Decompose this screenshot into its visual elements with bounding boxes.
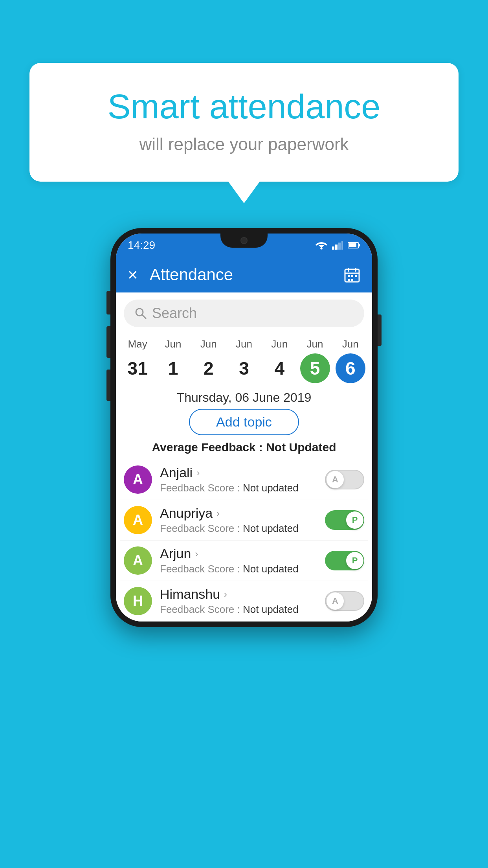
- cal-month-label: Jun: [307, 338, 323, 350]
- calendar-day[interactable]: Jun1: [156, 338, 189, 383]
- svg-rect-14: [351, 275, 353, 277]
- cal-month-label: Jun: [165, 338, 181, 350]
- vol-down-button: [106, 370, 110, 401]
- signal-icon: [332, 241, 343, 250]
- front-camera: [240, 237, 248, 244]
- student-avatar: A: [124, 465, 152, 494]
- add-topic-button[interactable]: Add topic: [189, 409, 299, 435]
- student-row[interactable]: AArjun ›Feedback Score : Not updatedP: [120, 541, 368, 581]
- student-row[interactable]: AAnjali ›Feedback Score : Not updatedA: [120, 460, 368, 500]
- attendance-toggle[interactable]: P: [325, 551, 364, 570]
- svg-rect-15: [355, 275, 357, 277]
- student-feedback-score: Feedback Score : Not updated: [160, 563, 325, 575]
- cal-date-number[interactable]: 3: [229, 353, 259, 383]
- feedback-value: Not updated: [243, 522, 299, 534]
- svg-rect-10: [348, 268, 349, 272]
- avg-feedback-value: Not Updated: [266, 441, 336, 454]
- calendar-day[interactable]: Jun5: [299, 338, 332, 383]
- svg-rect-16: [348, 279, 350, 281]
- student-name: Anupriya ›: [160, 506, 325, 521]
- cal-date-number[interactable]: 2: [194, 353, 224, 383]
- battery-icon: [348, 242, 360, 249]
- student-info: Anupriya ›Feedback Score : Not updated: [160, 506, 325, 535]
- wifi-icon: [316, 241, 327, 250]
- power-button: [378, 314, 382, 346]
- calendar-day[interactable]: Jun2: [192, 338, 225, 383]
- toggle-knob: A: [327, 471, 344, 488]
- speech-bubble-title: Smart attendance: [61, 86, 427, 127]
- student-info: Himanshu ›Feedback Score : Not updated: [160, 587, 325, 616]
- student-feedback-score: Feedback Score : Not updated: [160, 482, 325, 494]
- cal-month-label: Jun: [200, 338, 217, 350]
- attendance-toggle[interactable]: P: [325, 510, 364, 530]
- student-row[interactable]: HHimanshu ›Feedback Score : Not updatedA: [120, 581, 368, 622]
- student-feedback-score: Feedback Score : Not updated: [160, 522, 325, 535]
- svg-rect-2: [332, 246, 334, 250]
- calendar-day[interactable]: May31: [121, 338, 154, 383]
- phone-screen: 14:29: [116, 234, 372, 622]
- svg-line-19: [142, 315, 146, 318]
- phone-outer: 14:29: [110, 228, 378, 627]
- status-icons: [316, 241, 360, 250]
- cal-month-label: May: [128, 338, 147, 350]
- cal-date-number[interactable]: 6: [336, 353, 365, 383]
- svg-rect-5: [341, 241, 343, 250]
- calendar-strip: May31Jun1Jun2Jun3Jun4Jun5Jun6: [116, 334, 372, 383]
- attendance-toggle[interactable]: A: [325, 591, 364, 611]
- mute-button: [106, 291, 110, 314]
- feedback-value: Not updated: [243, 563, 299, 575]
- chevron-right-icon: ›: [196, 467, 200, 478]
- cal-date-number[interactable]: 1: [158, 353, 188, 383]
- svg-rect-17: [351, 279, 353, 281]
- student-name: Himanshu ›: [160, 587, 325, 602]
- selected-date: Thursday, 06 June 2019: [116, 390, 372, 405]
- cal-date-number[interactable]: 31: [123, 353, 152, 383]
- toggle-knob: P: [346, 511, 363, 529]
- notch: [220, 234, 268, 248]
- search-input[interactable]: Search: [152, 305, 197, 322]
- student-name: Arjun ›: [160, 546, 325, 561]
- student-list: AAnjali ›Feedback Score : Not updatedAAA…: [116, 460, 372, 622]
- svg-rect-8: [359, 244, 360, 246]
- speech-bubble-subtitle: will replace your paperwork: [61, 134, 427, 154]
- svg-rect-4: [338, 243, 341, 250]
- cal-month-label: Jun: [342, 338, 359, 350]
- svg-rect-7: [349, 243, 356, 247]
- student-info: Arjun ›Feedback Score : Not updated: [160, 546, 325, 575]
- student-avatar: H: [124, 587, 152, 615]
- cal-month-label: Jun: [236, 338, 252, 350]
- svg-marker-0: [319, 245, 324, 248]
- search-bar[interactable]: Search: [124, 300, 364, 327]
- student-avatar: A: [124, 546, 152, 575]
- student-avatar: A: [124, 506, 152, 534]
- cal-date-number[interactable]: 5: [300, 353, 330, 383]
- calendar-day[interactable]: Jun4: [263, 338, 296, 383]
- svg-rect-11: [355, 268, 356, 272]
- calendar-icon[interactable]: [344, 267, 360, 283]
- search-icon: [135, 307, 147, 319]
- student-row[interactable]: AAnupriya ›Feedback Score : Not updatedP: [120, 500, 368, 541]
- vol-up-button: [106, 326, 110, 358]
- average-feedback: Average Feedback : Not Updated: [116, 441, 372, 454]
- chevron-right-icon: ›: [195, 548, 198, 559]
- cal-date-number[interactable]: 4: [264, 353, 294, 383]
- cal-month-label: Jun: [271, 338, 288, 350]
- calendar-day[interactable]: Jun6: [334, 338, 367, 383]
- close-button[interactable]: ×: [128, 265, 138, 285]
- student-name: Anjali ›: [160, 465, 325, 480]
- feedback-value: Not updated: [243, 482, 299, 494]
- speech-bubble: Smart attendance will replace your paper…: [29, 63, 459, 182]
- app-bar: × Attendance: [116, 257, 372, 292]
- svg-marker-1: [320, 248, 323, 250]
- attendance-toggle[interactable]: A: [325, 470, 364, 489]
- svg-rect-13: [348, 275, 350, 277]
- calendar-day[interactable]: Jun3: [227, 338, 261, 383]
- svg-rect-3: [335, 245, 338, 250]
- student-info: Anjali ›Feedback Score : Not updated: [160, 465, 325, 494]
- speech-bubble-container: Smart attendance will replace your paper…: [29, 63, 459, 182]
- student-feedback-score: Feedback Score : Not updated: [160, 603, 325, 616]
- phone-mockup: 14:29: [110, 228, 378, 627]
- chevron-right-icon: ›: [216, 508, 220, 519]
- status-bar: 14:29: [116, 234, 372, 257]
- app-title: Attendance: [150, 265, 344, 284]
